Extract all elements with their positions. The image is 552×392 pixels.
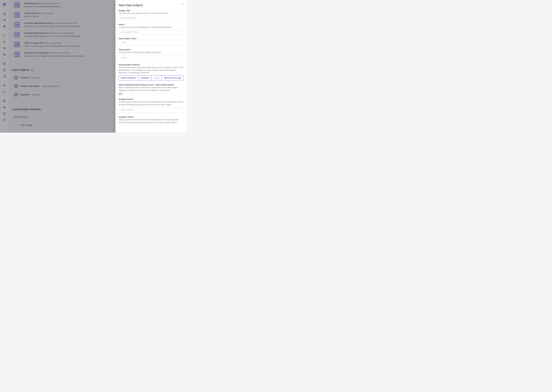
label-class: Data Subject Class* [119,37,184,40]
chevron-down-icon [180,56,182,59]
label-data-actions: Data Actions [119,49,184,51]
field-display-title: Display Title* The title of the data sub… [119,9,184,20]
input-name[interactable] [119,30,184,34]
field-assigned-teams: Assigned Teams Assign specific teams tha… [119,116,184,124]
help-assigned-teams: Assign specific teams that should be res… [119,119,184,124]
help-name: A unique name for the organization to id… [119,26,184,29]
help-data-actions: The data actions that this data subject … [119,51,184,54]
auth-option-email[interactable]: Email Verification [119,76,139,80]
auth-option-disabled[interactable]: Disabled [139,76,151,80]
field-silent-mode: Admin Dashboard New Request Form - Silen… [119,84,184,95]
field-name: Name* A unique name for the organization… [119,23,184,34]
field-data-actions: Data Actions The data actions that this … [119,49,184,60]
drawer-title: New Data Subject [119,3,184,7]
help-display-title: The title of the data subject, shown on … [119,12,184,15]
help-auth-method: How the data subject will authenticate t… [119,66,184,74]
auth-method-segment: Email Verification Disabled OAuth JWT Ac… [119,75,184,81]
help-silent-mode: When submitting DSRs on the Admin Dashbo… [119,86,184,92]
field-auth-method: Authentication Method* How the data subj… [119,63,184,81]
label-silent-mode: Admin Dashboard New Request Form - Silen… [119,84,184,86]
auth-option-jwt[interactable]: JWT Account Login [162,76,184,80]
label-display-title: Display Title* [119,9,184,12]
toggle-silent-mode[interactable] [119,93,123,95]
auth-option-oauth[interactable]: OAuth [151,76,162,80]
label-assigned-teams: Assigned Teams [119,116,184,118]
label-name: Name* [119,23,184,26]
input-display-title[interactable] [119,16,184,20]
label-auth-method: Authentication Method* [119,63,184,66]
field-assigned-users: Assigned Users Assign specific users tha… [119,98,184,113]
chevron-down-icon [180,109,182,111]
select-assigned-users[interactable]: name or email [119,107,184,113]
label-assigned-users: Assigned Users [119,98,184,100]
help-assigned-users: Assign specific users that should be res… [119,101,184,106]
chevron-down-icon [180,42,182,44]
select-class[interactable]: Select... [119,40,184,45]
field-class: Data Subject Class* Select... [119,37,184,45]
close-button[interactable] [181,3,184,6]
select-data-actions[interactable]: Select... [119,55,184,60]
new-data-subject-drawer: New Data Subject Display Title* The titl… [116,0,187,133]
